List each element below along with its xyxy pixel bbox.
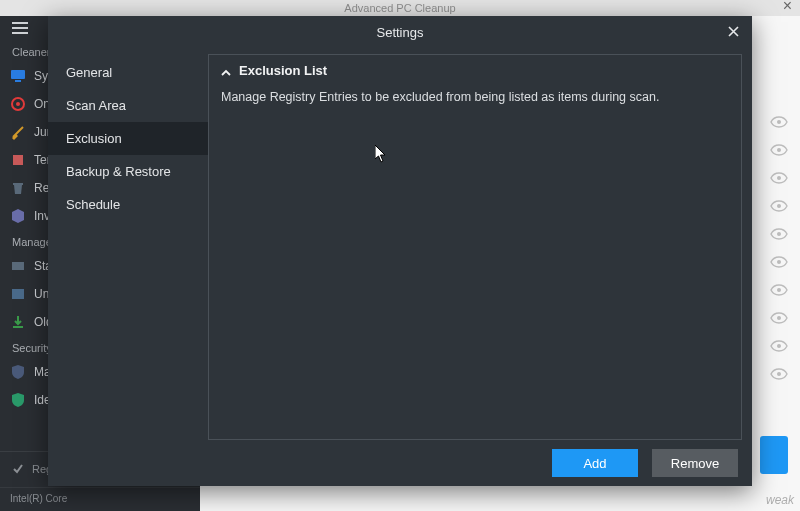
eye-icon[interactable] [770, 200, 788, 212]
remove-button[interactable]: Remove [652, 449, 738, 477]
close-icon[interactable] [724, 22, 742, 40]
preview-icon-column [770, 116, 788, 380]
eye-icon[interactable] [770, 312, 788, 324]
cube-icon [10, 208, 26, 224]
app-title: Advanced PC Cleanup [344, 2, 455, 14]
monitor-icon [10, 68, 26, 84]
broom-icon [10, 124, 26, 140]
uninstall-icon [10, 286, 26, 302]
svg-rect-1 [15, 80, 21, 82]
svg-point-16 [777, 316, 781, 320]
modal-titlebar: Settings [48, 16, 752, 48]
nav-schedule[interactable]: Schedule [48, 188, 208, 221]
panel-description: Manage Registry Entries to be excluded f… [209, 86, 741, 114]
eye-icon[interactable] [770, 256, 788, 268]
svg-point-10 [777, 148, 781, 152]
modal-footer: Add Remove [48, 440, 752, 486]
svg-point-12 [777, 204, 781, 208]
trash-icon [10, 180, 26, 196]
eye-icon[interactable] [770, 228, 788, 240]
status-bar: Intel(R) Core [0, 487, 200, 511]
hamburger-icon[interactable] [0, 16, 48, 40]
svg-point-17 [777, 344, 781, 348]
svg-rect-6 [12, 262, 24, 270]
nav-exclusion[interactable]: Exclusion [48, 122, 208, 155]
svg-rect-5 [13, 183, 23, 185]
target-icon [10, 96, 26, 112]
shield-icon [10, 364, 26, 380]
svg-point-18 [777, 372, 781, 376]
svg-rect-0 [11, 70, 25, 79]
svg-rect-7 [12, 289, 24, 299]
eye-icon[interactable] [770, 284, 788, 296]
svg-point-15 [777, 288, 781, 292]
scan-button-partial[interactable] [760, 436, 788, 474]
nav-general[interactable]: General [48, 56, 208, 89]
startup-icon [10, 258, 26, 274]
watermark: weak [766, 493, 794, 507]
eye-icon[interactable] [770, 340, 788, 352]
check-icon [12, 463, 24, 475]
settings-nav: General Scan Area Exclusion Backup & Res… [48, 48, 208, 440]
svg-rect-8 [13, 326, 23, 328]
exclusion-list-body [209, 114, 741, 439]
shield-check-icon [10, 392, 26, 408]
exclusion-panel: Exclusion List Manage Registry Entries t… [208, 54, 742, 440]
nav-scan-area[interactable]: Scan Area [48, 89, 208, 122]
eye-icon[interactable] [770, 368, 788, 380]
modal-title: Settings [377, 25, 424, 40]
panel-header[interactable]: Exclusion List [209, 55, 741, 86]
svg-point-13 [777, 232, 781, 236]
eye-icon[interactable] [770, 116, 788, 128]
chevron-up-icon [221, 66, 231, 76]
svg-point-9 [777, 120, 781, 124]
nav-backup-restore[interactable]: Backup & Restore [48, 155, 208, 188]
app-titlebar: Advanced PC Cleanup × [0, 0, 800, 16]
eye-icon[interactable] [770, 144, 788, 156]
panel-title: Exclusion List [239, 63, 327, 78]
temp-icon [10, 152, 26, 168]
download-icon [10, 314, 26, 330]
window-close-icon[interactable]: × [783, 0, 792, 15]
svg-point-3 [16, 102, 20, 106]
svg-rect-4 [13, 155, 23, 165]
svg-point-11 [777, 176, 781, 180]
svg-point-14 [777, 260, 781, 264]
eye-icon[interactable] [770, 172, 788, 184]
settings-modal: Settings General Scan Area Exclusion Bac… [48, 16, 752, 486]
add-button[interactable]: Add [552, 449, 638, 477]
